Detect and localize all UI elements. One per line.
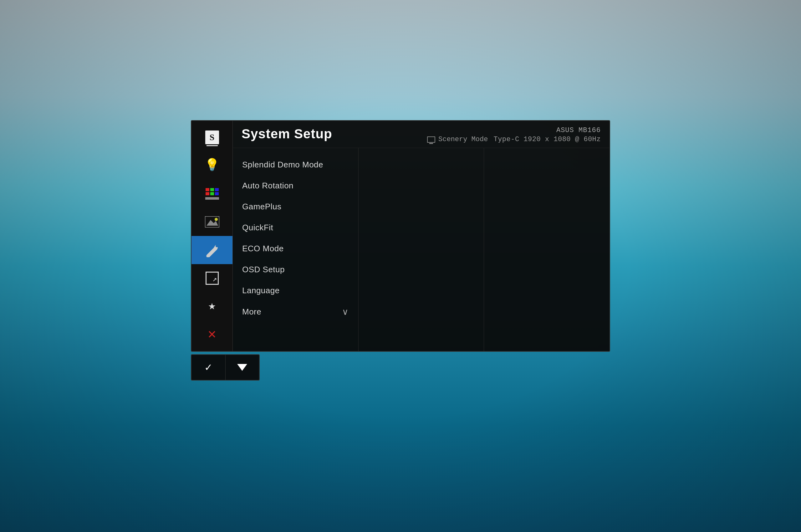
osd-container: S 💡 xyxy=(191,120,610,381)
menu-col-3 xyxy=(484,148,610,351)
shortcut-icon xyxy=(206,272,219,285)
monitor-icon xyxy=(427,136,435,143)
menu-item-quickfit[interactable]: QuickFit xyxy=(233,217,358,238)
down-button[interactable] xyxy=(226,355,260,380)
scenery-mode-label: Scenery Mode xyxy=(438,135,488,143)
svg-point-3 xyxy=(215,245,218,247)
color-bars-icon xyxy=(205,188,219,200)
sidebar-item-system[interactable] xyxy=(191,236,232,264)
checkmark-icon: ✓ xyxy=(205,361,212,374)
sidebar: S 💡 xyxy=(191,121,233,351)
chevron-down-icon: ∨ xyxy=(342,307,349,317)
menu-col-1: Splendid Demo Mode Auto Rotation GamePlu… xyxy=(233,148,359,351)
page-title: System Setup xyxy=(242,127,332,141)
bulb-icon: 💡 xyxy=(205,159,220,171)
mountain-icon xyxy=(205,216,220,228)
menu-item-eco-mode[interactable]: ECO Mode xyxy=(233,238,358,259)
osd-main-panel: S 💡 xyxy=(191,120,610,352)
x-icon: ✕ xyxy=(208,328,216,341)
sidebar-item-splendid[interactable]: S xyxy=(191,123,232,151)
menu-col-2 xyxy=(359,148,484,351)
menu-item-auto-rotation[interactable]: Auto Rotation xyxy=(233,175,358,196)
wrench-icon-wrap xyxy=(204,242,220,258)
menu-item-splendid-demo[interactable]: Splendid Demo Mode xyxy=(233,154,358,175)
menu-item-osd-setup[interactable]: OSD Setup xyxy=(233,259,358,280)
star-icon-wrap: ★ xyxy=(204,298,220,315)
header-status: Scenery Mode Type-C 1920 x 1080 @ 60Hz xyxy=(427,135,601,143)
svg-point-2 xyxy=(215,218,218,221)
menu-item-gameplus[interactable]: GamePlus xyxy=(233,196,358,217)
confirm-button[interactable]: ✓ xyxy=(191,355,226,380)
wrench-icon xyxy=(205,243,220,257)
color-bars-icon-wrap xyxy=(204,186,220,202)
scenery-mode-badge: Scenery Mode xyxy=(427,135,488,143)
s-icon: S xyxy=(205,131,219,144)
s-icon-wrap: S xyxy=(204,129,220,146)
mountain-icon-wrap xyxy=(204,214,220,230)
menu-area: Splendid Demo Mode Auto Rotation GamePlu… xyxy=(233,148,610,351)
sidebar-item-brightness[interactable]: 💡 xyxy=(191,151,232,179)
header-resolution: Type-C 1920 x 1080 @ 60Hz xyxy=(493,135,601,143)
shortcut-icon-wrap xyxy=(204,270,220,286)
sidebar-item-image[interactable] xyxy=(191,208,232,236)
triangle-down-icon xyxy=(237,364,247,371)
header-right: ASUS MB166 Scenery Mode Type-C 1920 x 10… xyxy=(427,127,601,143)
menu-item-more[interactable]: More ∨ xyxy=(233,301,358,323)
bottom-controls: ✓ xyxy=(191,354,260,381)
sidebar-item-close[interactable]: ✕ xyxy=(191,320,232,349)
x-icon-wrap: ✕ xyxy=(204,326,220,343)
bulb-icon-wrap: 💡 xyxy=(204,157,220,174)
sidebar-item-color[interactable] xyxy=(191,179,232,208)
header-model: ASUS MB166 xyxy=(556,127,601,134)
star-icon: ★ xyxy=(208,300,215,312)
sidebar-item-shortcut[interactable] xyxy=(191,264,232,292)
menu-item-language[interactable]: Language xyxy=(233,280,358,301)
sidebar-item-favorite[interactable]: ★ xyxy=(191,292,232,320)
main-content: System Setup ASUS MB166 Scenery Mode Typ… xyxy=(233,121,610,351)
header: System Setup ASUS MB166 Scenery Mode Typ… xyxy=(233,121,610,148)
